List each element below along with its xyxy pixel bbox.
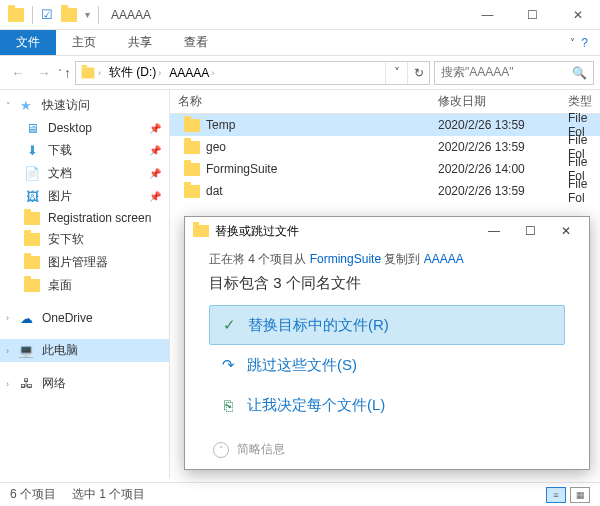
sidebar-item-downloads[interactable]: ⬇下载📌 [0, 139, 169, 162]
pc-icon: 💻 [18, 343, 34, 359]
open-folder-icon[interactable] [61, 8, 77, 22]
tab-share[interactable]: 共享 [112, 30, 168, 55]
chevron-right-icon[interactable]: › [6, 313, 9, 323]
file-date: 2020/2/26 13:59 [430, 140, 560, 154]
dialog-title: 替换或跳过文件 [215, 223, 299, 240]
file-row[interactable]: Temp2020/2/26 13:59File Fol [170, 114, 600, 136]
app-icon[interactable] [8, 8, 24, 22]
option-replace[interactable]: ✓ 替换目标中的文件(R) [209, 305, 565, 345]
network-icon: 🖧 [18, 376, 34, 392]
pin-icon: 📌 [149, 168, 161, 179]
search-placeholder: 搜索"AAAAA" [441, 64, 514, 81]
sidebar-item-anxia[interactable]: 安下软 [0, 228, 169, 251]
folder-icon [184, 141, 200, 154]
chevron-right-icon[interactable]: › [6, 379, 9, 389]
sidebar-item-desktop[interactable]: 🖥Desktop📌 [0, 117, 169, 139]
sidebar-item-picmgr[interactable]: 图片管理器 [0, 251, 169, 274]
download-icon: ⬇ [24, 143, 40, 159]
dialog-info-line: 正在将 4 个项目从 FormingSuite 复制到 AAAAA [209, 251, 565, 268]
folder-icon [184, 119, 200, 132]
sidebar-item-pictures[interactable]: 🖼图片📌 [0, 185, 169, 208]
dest-link[interactable]: AAAAA [424, 252, 464, 266]
refresh-button[interactable]: ↻ [407, 62, 429, 84]
option-skip[interactable]: ↷ 跳过这些文件(S) [209, 345, 565, 385]
folder-icon [24, 256, 40, 269]
file-date: 2020/2/26 13:59 [430, 184, 560, 198]
close-button[interactable]: ✕ [555, 0, 600, 30]
sidebar-network[interactable]: ›🖧网络 [0, 372, 169, 395]
dialog-maximize-button[interactable]: ☐ [515, 219, 545, 243]
maximize-button[interactable]: ☐ [510, 0, 555, 30]
file-date: 2020/2/26 13:59 [430, 118, 560, 132]
star-icon: ★ [18, 98, 34, 114]
back-button[interactable]: ← [6, 61, 30, 85]
tab-view[interactable]: 查看 [168, 30, 224, 55]
skip-icon: ↷ [219, 356, 237, 374]
ribbon-help: ˅ ? [558, 30, 600, 55]
sidebar-onedrive[interactable]: ›☁OneDrive [0, 307, 169, 329]
search-box[interactable]: 搜索"AAAAA" 🔍 [434, 61, 594, 85]
quick-access-toolbar: ☑ ▾ AAAAA [0, 6, 159, 24]
breadcrumb-drive[interactable]: 软件 (D:) [109, 64, 156, 81]
sidebar-item-documents[interactable]: 📄文档📌 [0, 162, 169, 185]
file-row[interactable]: FormingSuite2020/2/26 14:00File Fol [170, 158, 600, 180]
forward-button[interactable]: → [32, 61, 56, 85]
option-decide[interactable]: ⎘ 让我决定每个文件(L) [209, 385, 565, 425]
search-icon[interactable]: 🔍 [572, 66, 587, 80]
qat-overflow[interactable]: ▾ [85, 9, 90, 20]
document-icon: 📄 [24, 166, 40, 182]
tab-home[interactable]: 主页 [56, 30, 112, 55]
help-icon[interactable]: ? [581, 36, 588, 50]
check-icon: ✓ [220, 316, 238, 334]
separator [98, 6, 99, 24]
column-type[interactable]: 类型 [560, 93, 600, 110]
dialog-close-button[interactable]: ✕ [551, 219, 581, 243]
sidebar-item-desktop2[interactable]: 桌面 [0, 274, 169, 297]
desktop-icon: 🖥 [24, 120, 40, 136]
pin-icon: 📌 [149, 191, 161, 202]
dialog-titlebar: 替换或跳过文件 — ☐ ✕ [185, 217, 589, 245]
chevron-right-icon[interactable]: › [6, 346, 9, 356]
dialog-minimize-button[interactable]: — [479, 219, 509, 243]
expand-ribbon-icon[interactable]: ˅ [570, 37, 575, 48]
history-dropdown[interactable]: ˅ [58, 68, 62, 77]
check-icon[interactable]: ☑ [41, 7, 53, 22]
folder-icon [82, 67, 95, 78]
ribbon-tabs: 文件 主页 共享 查看 ˅ ? [0, 30, 600, 56]
folder-icon [184, 163, 200, 176]
onedrive-icon: ☁ [18, 310, 34, 326]
folder-icon [193, 225, 209, 237]
window-title: AAAAA [111, 8, 151, 22]
tab-file[interactable]: 文件 [0, 30, 56, 55]
sidebar-item-regscreen[interactable]: Registration screen [0, 208, 169, 228]
column-date[interactable]: 修改日期 [430, 93, 560, 110]
file-row[interactable]: geo2020/2/26 13:59File Fol [170, 136, 600, 158]
navigation-pane: ˅ ★ 快速访问 🖥Desktop📌 ⬇下载📌 📄文档📌 🖼图片📌 Regist… [0, 90, 170, 478]
pin-icon: 📌 [149, 145, 161, 156]
minimize-button[interactable]: — [465, 0, 510, 30]
file-name: Temp [206, 118, 235, 132]
dialog-conflict-line: 目标包含 3 个同名文件 [209, 274, 565, 293]
source-link[interactable]: FormingSuite [310, 252, 381, 266]
breadcrumb-folder[interactable]: AAAAA [169, 66, 209, 80]
folder-icon [24, 279, 40, 292]
sidebar-this-pc[interactable]: ›💻此电脑 [0, 339, 169, 362]
sidebar-quick-access[interactable]: ˅ ★ 快速访问 [0, 94, 169, 117]
column-headers: 名称 修改日期 类型 [170, 90, 600, 114]
more-details-toggle[interactable]: ˄ 简略信息 [209, 441, 565, 458]
thumbnails-view-icon[interactable]: ▦ [570, 487, 590, 503]
up-button[interactable]: ↑ [64, 65, 71, 81]
file-name: FormingSuite [206, 162, 277, 176]
item-count: 6 个项目 [10, 486, 56, 503]
address-dropdown[interactable]: ˅ [385, 62, 407, 84]
column-name[interactable]: 名称 [170, 93, 430, 110]
navigation-bar: ← → ˅ ↑ › 软件 (D:)› AAAAA› ˅ ↻ 搜索"AAAAA" … [0, 56, 600, 90]
folder-icon [184, 185, 200, 198]
address-bar[interactable]: › 软件 (D:)› AAAAA› ˅ ↻ [75, 61, 430, 85]
chevron-down-icon[interactable]: ˅ [6, 101, 11, 111]
details-view-icon[interactable]: ≡ [546, 487, 566, 503]
titlebar: ☑ ▾ AAAAA — ☐ ✕ [0, 0, 600, 30]
file-row[interactable]: dat2020/2/26 13:59File Fol [170, 180, 600, 202]
folder-icon [24, 212, 40, 225]
quick-access-label: 快速访问 [42, 97, 90, 114]
